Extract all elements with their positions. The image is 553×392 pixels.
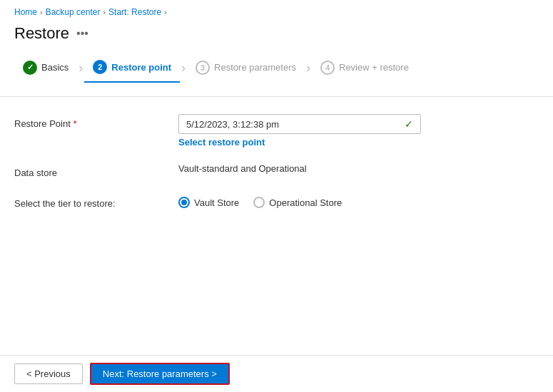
step-3-circle: 3: [196, 61, 210, 75]
step-1-label: Basics: [41, 62, 69, 73]
data-store-value: Vault-standard and Operational: [178, 163, 539, 174]
step-restore-point[interactable]: 2 Restore point: [84, 54, 180, 83]
data-store-field-row: Data store Vault-standard and Operationa…: [14, 163, 539, 178]
operational-store-label: Operational Store: [269, 197, 342, 208]
step-divider-1: ›: [78, 61, 83, 76]
step-4-label: Review + restore: [339, 62, 409, 73]
restore-point-label: Restore Point *: [14, 114, 178, 129]
tier-options: Vault Store Operational Store: [178, 194, 539, 208]
breadcrumb-start-restore[interactable]: Start: Restore: [108, 7, 161, 17]
content-area: Restore Point * 5/12/2023, 3:12:38 pm ✓ …: [0, 97, 553, 232]
step-divider-2: ›: [181, 61, 186, 76]
data-store-label: Data store: [14, 163, 178, 178]
restore-point-date: 5/12/2023, 3:12:38 pm: [186, 119, 279, 130]
restore-point-value: 5/12/2023, 3:12:38 pm ✓ Select restore p…: [178, 114, 539, 148]
steps-bar: ✓ Basics › 2 Restore point › 3 Restore p…: [0, 54, 553, 97]
breadcrumb-sep-1: ›: [40, 8, 43, 16]
more-options-icon[interactable]: •••: [76, 27, 88, 40]
select-restore-point-link[interactable]: Select restore point: [178, 137, 539, 148]
page-title-row: Restore •••: [0, 21, 553, 54]
step-basics[interactable]: ✓ Basics: [14, 55, 77, 82]
vault-store-label: Vault Store: [194, 197, 239, 208]
step-1-circle: ✓: [23, 61, 37, 75]
step-3-label: Restore parameters: [214, 62, 296, 73]
tier-options-group: Vault Store Operational Store: [178, 194, 539, 208]
step-2-circle: 2: [93, 60, 107, 74]
step-review-restore[interactable]: 4 Review + restore: [312, 55, 417, 82]
vault-store-radio[interactable]: [178, 197, 190, 208]
operational-store-option[interactable]: Operational Store: [253, 197, 342, 208]
breadcrumb-sep-2: ›: [103, 8, 106, 16]
restore-point-field-row: Restore Point * 5/12/2023, 3:12:38 pm ✓ …: [14, 114, 539, 148]
step-2-label: Restore point: [111, 62, 171, 73]
breadcrumb-sep-3: ›: [164, 8, 167, 16]
step-restore-parameters[interactable]: 3 Restore parameters: [187, 55, 305, 82]
data-store-text: Vault-standard and Operational: [178, 159, 307, 174]
restore-point-input[interactable]: 5/12/2023, 3:12:38 pm ✓: [178, 114, 421, 134]
restore-point-input-row: 5/12/2023, 3:12:38 pm ✓: [178, 114, 539, 134]
vault-store-option[interactable]: Vault Store: [178, 197, 239, 208]
step-4-circle: 4: [320, 61, 335, 75]
tier-field-row: Select the tier to restore: Vault Store …: [14, 194, 539, 209]
next-button[interactable]: Next: Restore parameters >: [90, 363, 230, 385]
step-divider-3: ›: [306, 61, 310, 76]
breadcrumb-home[interactable]: Home: [14, 7, 37, 17]
footer: < Previous Next: Restore parameters >: [0, 355, 553, 392]
required-indicator: *: [73, 118, 76, 129]
operational-store-radio[interactable]: [253, 197, 265, 208]
check-icon: ✓: [405, 118, 413, 130]
page-title: Restore: [14, 24, 69, 43]
tier-label: Select the tier to restore:: [14, 194, 178, 209]
breadcrumb: Home › Backup center › Start: Restore ›: [0, 0, 553, 21]
breadcrumb-backup-center[interactable]: Backup center: [46, 7, 101, 17]
previous-button[interactable]: < Previous: [14, 363, 83, 384]
